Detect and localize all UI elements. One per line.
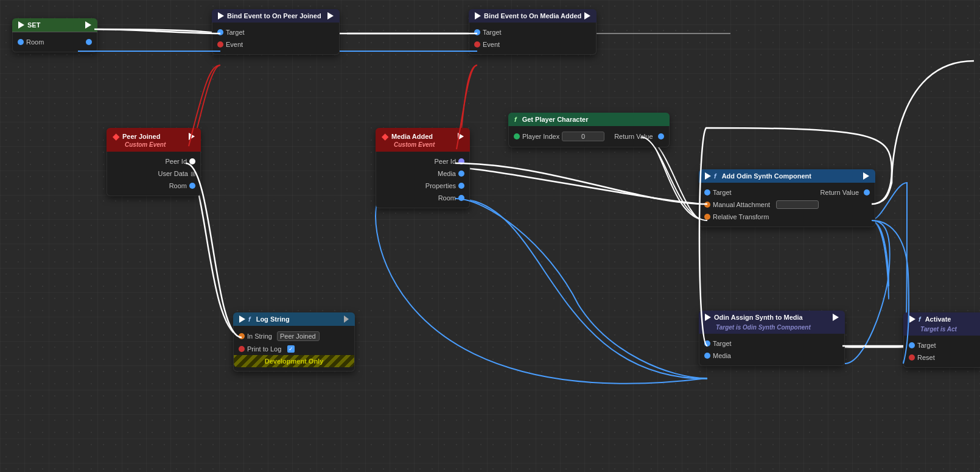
set-node-header: SET [12, 18, 97, 32]
user-data-icon: ⊞ [191, 171, 195, 177]
in-string-pin [239, 333, 245, 339]
manual-attach-pin [704, 202, 710, 208]
print-to-log-label: Print to Log [247, 345, 281, 353]
bind-media-target-label: Target [483, 29, 502, 36]
add-odin-target-label: Target [713, 189, 732, 196]
log-title: Log String [256, 315, 290, 323]
get-player-header: f Get Player Character [508, 113, 670, 126]
get-player-node[interactable]: f Get Player Character Player Index 0 Re… [508, 113, 670, 147]
in-string-value[interactable]: Peer Joined [277, 331, 320, 341]
add-odin-node[interactable]: f Add Odin Synth Component Target Return… [699, 169, 875, 227]
bind-peer-exec-in [218, 12, 224, 19]
bind-media-event-label: Event [483, 41, 500, 48]
log-exec-out [344, 315, 349, 323]
media-added-subtitle: Custom Event [382, 141, 435, 148]
media-peer-id-pin [458, 158, 464, 164]
peer-id-label: Peer Id [166, 158, 187, 165]
bind-peer-node[interactable]: Bind Event to On Peer Joined Target Even… [212, 9, 340, 55]
odin-assign-exec-out [833, 314, 839, 321]
media-added-title: Media Added [391, 133, 433, 140]
get-player-title: Get Player Character [522, 116, 589, 123]
bind-media-exec-out [584, 12, 590, 19]
log-string-header: f Log String [233, 312, 355, 326]
bind-media-title: Bind Event to On Media Added [484, 12, 581, 19]
media-peer-id-label: Peer Id [435, 158, 456, 165]
log-function-icon: f [248, 315, 251, 323]
relative-transform-pin [704, 214, 710, 220]
return-value-label: Return Value [614, 133, 653, 140]
peer-joined-node[interactable]: ◆ Peer Joined Custom Event Peer Id User … [107, 128, 201, 196]
add-odin-target-pin [704, 189, 710, 195]
media-added-diamond-icon: ◆ [382, 132, 388, 141]
add-odin-title: Add Odin Synth Component [722, 172, 811, 180]
odin-assign-node[interactable]: Odin Assign Synth to Media Target is Odi… [699, 311, 845, 366]
player-index-pin [514, 133, 520, 139]
set-room-label: Room [26, 38, 44, 46]
bind-peer-target-pin [217, 29, 223, 35]
log-exec-in [239, 315, 245, 323]
manual-attach-label: Manual Attachment [713, 201, 770, 208]
peer-joined-title: Peer Joined [122, 133, 160, 140]
add-odin-func-icon: f [714, 172, 716, 180]
set-title: SET [27, 21, 40, 29]
media-media-pin [458, 171, 464, 177]
function-icon: f [514, 116, 517, 123]
peer-joined-header: ◆ Peer Joined Custom Event [107, 128, 201, 152]
peer-joined-subtitle: Custom Event [113, 141, 166, 148]
bind-media-event-pin [474, 41, 480, 48]
add-odin-header: f Add Odin Synth Component [699, 169, 875, 183]
return-value-pin [658, 133, 664, 139]
player-index-value[interactable]: 0 [562, 132, 604, 141]
odin-assign-media-pin [704, 353, 710, 359]
player-index-label: Player Index [522, 133, 559, 140]
media-added-node[interactable]: ◆ Media Added Custom Event Peer Id Media… [376, 128, 470, 208]
dev-only-stripe: Development Only [234, 355, 354, 367]
peer-id-pin [189, 158, 195, 164]
room-pin-peer [189, 183, 195, 189]
set-room-pin-out [86, 39, 92, 45]
bind-peer-exec-out [327, 12, 334, 19]
manual-attach-checkbox[interactable] [776, 200, 819, 209]
media-room-label: Room [438, 194, 456, 202]
bind-media-target-pin [474, 29, 480, 35]
peer-joined-diamond-icon: ◆ [113, 132, 119, 141]
activate-reset-label: Reset [917, 354, 935, 361]
media-properties-pin [458, 183, 464, 189]
bind-peer-target-label: Target [226, 29, 245, 36]
set-node[interactable]: SET Room [12, 18, 97, 52]
activate-header: f Activate Target is Act [903, 312, 980, 336]
bind-media-node[interactable]: Bind Event to On Media Added Target Even… [469, 9, 597, 55]
media-added-exec-out [458, 133, 464, 140]
bind-peer-header: Bind Event to On Peer Joined [212, 9, 340, 23]
odin-assign-header: Odin Assign Synth to Media Target is Odi… [699, 311, 845, 334]
bind-peer-event-label: Event [226, 41, 243, 48]
print-to-log-pin [239, 346, 245, 352]
user-data-label: User Data [158, 170, 188, 177]
peer-joined-exec-out [189, 133, 195, 140]
odin-assign-target-label: Target [713, 340, 732, 347]
media-added-header: ◆ Media Added Custom Event [376, 128, 470, 152]
activate-node[interactable]: f Activate Target is Act Target Reset [903, 312, 980, 368]
activate-title: Activate [925, 315, 951, 323]
media-room-pin [458, 195, 464, 201]
log-string-node[interactable]: f Log String In String Peer Joined Print… [233, 312, 355, 372]
add-odin-exec-out [863, 172, 869, 180]
set-exec-out-pin [85, 21, 91, 29]
media-media-label: Media [438, 170, 456, 177]
add-odin-return-pin [864, 189, 870, 195]
odin-assign-target-pin [704, 340, 710, 347]
set-room-pin-in [18, 39, 24, 45]
print-to-log-checkbox[interactable]: ✓ [287, 345, 295, 353]
activate-exec-in [909, 315, 915, 323]
dev-only-label: Development Only [265, 358, 324, 365]
bind-media-header: Bind Event to On Media Added [469, 9, 597, 23]
in-string-label: In String [247, 333, 272, 340]
activate-target-pin [909, 342, 915, 348]
activate-func-icon: f [919, 315, 921, 323]
room-label-peer: Room [169, 182, 187, 189]
activate-target-label: Target [917, 342, 936, 349]
bind-media-exec-in [475, 12, 481, 19]
odin-assign-subtitle: Target is Odin Synth Component [705, 324, 811, 331]
relative-transform-label: Relative Transform [713, 213, 769, 220]
media-properties-label: Properties [425, 182, 456, 189]
